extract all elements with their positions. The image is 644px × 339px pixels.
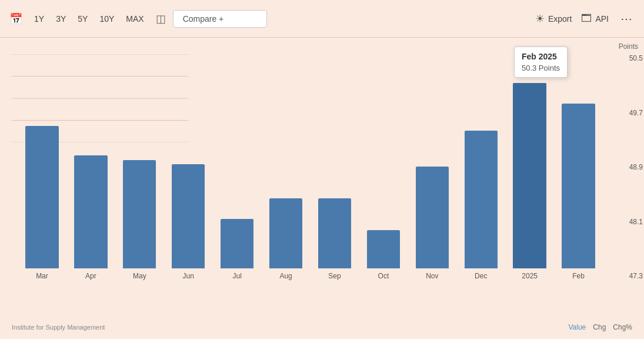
export-label: Export bbox=[548, 14, 572, 24]
bar-group-dec[interactable]: Dec bbox=[456, 54, 505, 280]
y-tick: 47.3 bbox=[613, 272, 643, 280]
bar-may[interactable] bbox=[123, 160, 156, 268]
bar-label-apr: Apr bbox=[85, 272, 96, 280]
bar-label-sep: Sep bbox=[328, 272, 341, 280]
bar-label-mar: Mar bbox=[36, 272, 48, 280]
footer-btn-value[interactable]: Value bbox=[568, 323, 586, 331]
bar-label-dec: Dec bbox=[475, 272, 487, 280]
time-btn-10y[interactable]: 10Y bbox=[95, 12, 119, 26]
bar-group-jun[interactable]: Jun bbox=[164, 54, 213, 280]
bar-nov[interactable] bbox=[416, 167, 449, 268]
bar-group-aug[interactable]: Aug bbox=[262, 54, 311, 280]
bar-label-oct: Oct bbox=[378, 272, 389, 280]
bar-label-jul: Jul bbox=[232, 272, 241, 280]
bar-group-may[interactable]: May bbox=[115, 54, 164, 280]
bar-aug[interactable] bbox=[269, 198, 302, 268]
bar-oct[interactable] bbox=[367, 230, 400, 268]
bar-dec[interactable] bbox=[465, 131, 498, 268]
time-btn-1y[interactable]: 1Y bbox=[29, 12, 49, 26]
footer-btn-chg[interactable]: Chg bbox=[593, 323, 606, 331]
source-label: Institute for Supply Management bbox=[12, 324, 105, 331]
bar-label-nov: Nov bbox=[426, 272, 438, 280]
bar-group-oct[interactable]: Oct bbox=[359, 54, 408, 280]
y-tick: 49.7 bbox=[613, 109, 643, 117]
bar-group-sep[interactable]: Sep bbox=[311, 54, 359, 280]
time-btn-5y[interactable]: 5Y bbox=[73, 12, 92, 26]
y-tick: 50.5 bbox=[613, 54, 643, 62]
toolbar: 📅 1Y 3Y 5Y 10Y MAX ◫ Compare + ☀ Export … bbox=[0, 0, 644, 38]
bar-label-2025: 2025 bbox=[522, 272, 538, 280]
bar-group-nov[interactable]: Nov bbox=[408, 54, 456, 280]
bar-jul[interactable] bbox=[221, 219, 253, 268]
toolbar-right: ☀ Export 🗔 API ⋯ bbox=[535, 12, 635, 26]
api-label: API bbox=[595, 14, 609, 24]
bar-feb[interactable] bbox=[562, 104, 595, 268]
bar-group-feb[interactable]: Feb bbox=[554, 54, 603, 280]
api-icon: 🗔 bbox=[581, 12, 592, 25]
bar-group-jul[interactable]: Jul bbox=[213, 54, 262, 280]
time-btn-max[interactable]: MAX bbox=[121, 12, 148, 26]
bar-sep[interactable] bbox=[318, 198, 351, 268]
bar-label-feb: Feb bbox=[572, 272, 585, 280]
more-options-button[interactable]: ⋯ bbox=[618, 12, 635, 26]
bar-group-mar[interactable]: Mar bbox=[18, 54, 66, 280]
bar-group-2025[interactable]: 2025 bbox=[505, 54, 554, 280]
export-button[interactable]: ☀ Export bbox=[535, 12, 572, 25]
time-btn-3y[interactable]: 3Y bbox=[51, 12, 71, 26]
footer-btn-chg%[interactable]: Chg% bbox=[613, 323, 632, 331]
bar-label-aug: Aug bbox=[279, 272, 292, 280]
toolbar-left: 📅 1Y 3Y 5Y 10Y MAX ◫ Compare + bbox=[9, 10, 267, 28]
calendar-icon[interactable]: 📅 bbox=[9, 12, 22, 25]
compare-button[interactable]: Compare + bbox=[173, 10, 267, 28]
y-axis-label: Points bbox=[619, 42, 638, 51]
api-button[interactable]: 🗔 API bbox=[581, 12, 609, 25]
bars-container: MarAprMayJunJulAugSepOctNovDec2025Feb bbox=[12, 54, 609, 280]
bar-label-jun: Jun bbox=[183, 272, 194, 280]
export-icon: ☀ bbox=[535, 12, 545, 25]
footer-buttons: ValueChgChg% bbox=[568, 323, 632, 331]
y-tick: 48.1 bbox=[613, 218, 643, 226]
y-axis-ticks: 50.549.748.948.147.3 bbox=[613, 54, 643, 280]
bar-group-apr[interactable]: Apr bbox=[66, 54, 115, 280]
chart-wrapper: MarAprMayJunJulAugSepOctNovDec2025Feb 50… bbox=[12, 54, 609, 280]
bar-apr[interactable] bbox=[74, 155, 107, 268]
bar-jun[interactable] bbox=[172, 164, 205, 268]
y-tick: 48.9 bbox=[613, 163, 643, 171]
bar-2025[interactable] bbox=[513, 83, 546, 268]
chart-type-icon[interactable]: ◫ bbox=[156, 12, 166, 25]
main-container: 📅 1Y 3Y 5Y 10Y MAX ◫ Compare + ☀ Export … bbox=[0, 0, 644, 339]
bar-mar[interactable] bbox=[25, 126, 58, 268]
bar-label-may: May bbox=[133, 272, 146, 280]
chart-footer: Institute for Supply Management ValueChg… bbox=[0, 315, 644, 339]
chart-area: Points MarAprMayJunJulAugSepOctNovDec202… bbox=[0, 38, 644, 315]
